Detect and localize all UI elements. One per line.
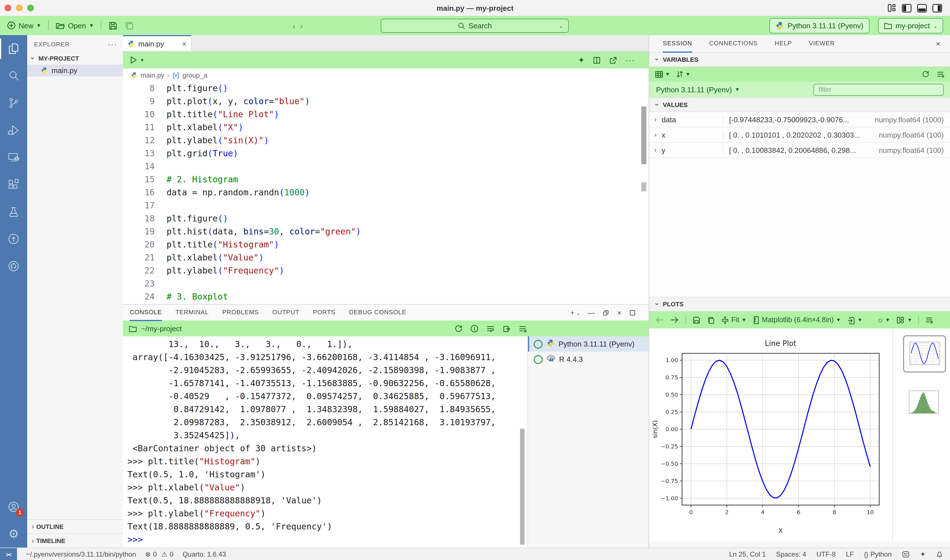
breadcrumb-file[interactable]: main.py bbox=[140, 71, 164, 79]
code-line[interactable]: 22plt.ylabel("Frequency") bbox=[123, 265, 649, 277]
tab-main-py[interactable]: main.py × bbox=[123, 35, 191, 51]
console-scrollbar-thumb[interactable] bbox=[520, 429, 525, 545]
code-line[interactable]: 23 bbox=[123, 277, 649, 291]
source-control-icon[interactable] bbox=[0, 89, 27, 117]
refresh-variables-icon[interactable] bbox=[922, 70, 930, 78]
toggle-right-panel-icon[interactable] bbox=[932, 4, 942, 12]
code-line[interactable]: 10plt.title("Line Plot") bbox=[123, 108, 649, 121]
chevron-right-icon[interactable]: › bbox=[649, 131, 662, 139]
minimize-panel-icon[interactable]: — bbox=[588, 308, 595, 317]
next-plot-icon[interactable] bbox=[670, 316, 679, 324]
copilot-sparkle-icon[interactable]: ✦ bbox=[920, 550, 925, 558]
extensions-icon[interactable] bbox=[0, 171, 27, 198]
close-panel-icon[interactable]: × bbox=[617, 308, 621, 317]
plot-layout-dropdown[interactable]: ▼ bbox=[896, 316, 912, 324]
session-item-python[interactable]: Python 3.11.11 (Pyenv) bbox=[528, 336, 649, 352]
accounts-icon[interactable]: 1 bbox=[0, 493, 27, 520]
code-line[interactable]: 12plt.ylabel("sin(X)") bbox=[123, 134, 649, 147]
publish-icon[interactable] bbox=[0, 225, 27, 252]
code-line[interactable]: 18plt.figure() bbox=[123, 212, 649, 225]
code-line[interactable]: 11plt.xlabel("X") bbox=[123, 121, 649, 134]
code-line[interactable]: 14 bbox=[123, 160, 649, 173]
navigate-forward-icon[interactable]: › bbox=[298, 21, 305, 30]
cursor-position[interactable]: Ln 25, Col 1 bbox=[729, 550, 765, 558]
values-section-header[interactable]: › VALUES bbox=[649, 97, 950, 112]
file-item-main-py[interactable]: main.py bbox=[27, 65, 123, 77]
panel-tab-viewer[interactable]: VIEWER bbox=[809, 35, 835, 53]
save-plot-icon[interactable] bbox=[692, 316, 701, 324]
zoom-plot-dropdown[interactable]: ○▼ bbox=[878, 315, 890, 325]
search-dropdown-icon[interactable]: ⌄ bbox=[559, 23, 563, 29]
timeline-section[interactable]: ›TIMELINE bbox=[27, 533, 123, 548]
open-in-editor-icon[interactable] bbox=[502, 324, 511, 333]
console-tab-terminal[interactable]: TERMINAL bbox=[176, 304, 209, 321]
open-in-new-window-icon[interactable] bbox=[609, 56, 617, 64]
explorer-icon[interactable] bbox=[0, 35, 27, 62]
customize-layout-icon[interactable] bbox=[887, 3, 896, 12]
testing-icon[interactable] bbox=[0, 198, 27, 225]
console-tab-console[interactable]: CONSOLE bbox=[130, 304, 162, 321]
language-mode[interactable]: {﻿}Python bbox=[864, 550, 891, 558]
new-console-icon[interactable]: ＋⌄ bbox=[569, 308, 580, 318]
code-line[interactable]: 15# 2. Histogram bbox=[123, 173, 649, 186]
code-line[interactable]: 16data = np.random.randn(1000) bbox=[123, 186, 649, 199]
code-line[interactable]: 13plt.grid(True) bbox=[123, 147, 649, 160]
navigate-back-icon[interactable]: ‹ bbox=[290, 21, 298, 30]
console-output[interactable]: 13., 10., 3., 3., 0., 1.]), array([-4.16… bbox=[123, 336, 532, 549]
session-item-r[interactable]: RR 4.4.3 bbox=[528, 352, 649, 367]
export-plot-dropdown[interactable]: ▼ bbox=[847, 316, 862, 324]
editor-more-icon[interactable]: ··· bbox=[625, 55, 635, 65]
console-tab-problems[interactable]: PROBLEMS bbox=[222, 304, 259, 321]
code-line[interactable]: 17 bbox=[123, 199, 649, 212]
github-icon[interactable] bbox=[0, 252, 27, 280]
variable-row-y[interactable]: ›y[ 0. , 0.10083842, 0.20064886, 0.298..… bbox=[649, 143, 950, 158]
run-debug-icon[interactable] bbox=[0, 117, 27, 144]
panel-tab-connections[interactable]: CONNECTIONS bbox=[709, 35, 758, 53]
copy-plot-icon[interactable] bbox=[707, 316, 715, 324]
explorer-more-icon[interactable]: ··· bbox=[108, 40, 117, 49]
search-sidebar-icon[interactable] bbox=[0, 62, 27, 89]
thumbnail-line-plot[interactable] bbox=[903, 335, 946, 372]
console-info-icon[interactable] bbox=[470, 324, 479, 333]
variable-row-data[interactable]: ›data[-0.97448233,-0.75009923,-0.9076...… bbox=[649, 112, 950, 128]
outline-section[interactable]: ›OUTLINE bbox=[27, 519, 123, 533]
plot-size-dropdown[interactable]: Matplotlib (6.4in×4.8in)▼ bbox=[753, 316, 841, 324]
code-line[interactable]: 8plt.figure() bbox=[123, 82, 649, 95]
open-button[interactable]: Open▼ bbox=[52, 19, 97, 32]
editor-scrollbar-thumb[interactable] bbox=[641, 106, 647, 164]
clear-plots-icon[interactable] bbox=[925, 316, 934, 324]
clear-console-icon[interactable] bbox=[518, 324, 527, 333]
restart-console-icon[interactable] bbox=[454, 324, 463, 333]
clear-variables-icon[interactable] bbox=[936, 70, 945, 78]
breadcrumb[interactable]: main.py › group_a bbox=[123, 69, 649, 82]
code-area[interactable]: 8plt.figure()9plt.plot(x, y, color="blue… bbox=[123, 82, 649, 305]
chevron-right-icon[interactable]: › bbox=[649, 146, 662, 154]
chevron-right-icon[interactable]: › bbox=[649, 115, 662, 123]
plots-section-header[interactable]: › PLOTS bbox=[649, 297, 950, 311]
feedback-icon[interactable] bbox=[902, 550, 910, 558]
settings-gear-icon[interactable]: ⚙ bbox=[0, 520, 27, 548]
eol-setting[interactable]: LF bbox=[846, 550, 854, 558]
console-tab-ports[interactable]: PORTS bbox=[313, 304, 336, 321]
encoding-setting[interactable]: UTF-8 bbox=[816, 550, 836, 558]
line-plot-figure[interactable]: 0246810−1.00−0.75−0.50−0.250.000.250.500… bbox=[649, 328, 891, 540]
panel-tab-session[interactable]: SESSION bbox=[663, 35, 692, 53]
console-tab-debug-console[interactable]: DEBUG CONSOLE bbox=[349, 304, 406, 321]
code-line[interactable]: 21plt.xlabel("Value") bbox=[123, 251, 649, 265]
search-input[interactable]: Search ⌄ bbox=[381, 19, 569, 33]
project-button[interactable]: my-project⌄ bbox=[878, 18, 943, 34]
new-button[interactable]: New▼ bbox=[3, 19, 45, 32]
console-tab-output[interactable]: OUTPUT bbox=[273, 304, 299, 321]
code-line[interactable]: 19plt.hist(data, bins=30, color="green") bbox=[123, 225, 649, 238]
code-line[interactable]: 24# 3. Boxplot bbox=[123, 291, 649, 303]
save-icon[interactable] bbox=[108, 21, 117, 30]
quarto-version[interactable]: Quarto: 1.6.43 bbox=[182, 550, 226, 558]
problems-status[interactable]: ⊗0 ⚠0 bbox=[145, 550, 173, 558]
variables-section-header[interactable]: › VARIABLES bbox=[649, 52, 950, 67]
variables-interpreter-row[interactable]: Python 3.11.11 (Pyenv)▼ bbox=[649, 82, 950, 97]
split-editor-icon[interactable] bbox=[593, 56, 601, 64]
toggle-left-panel-icon[interactable] bbox=[902, 4, 912, 12]
maximize-panel-icon[interactable] bbox=[629, 309, 636, 316]
remote-explorer-icon[interactable] bbox=[0, 144, 27, 171]
breadcrumb-symbol[interactable]: group_a bbox=[182, 71, 207, 79]
